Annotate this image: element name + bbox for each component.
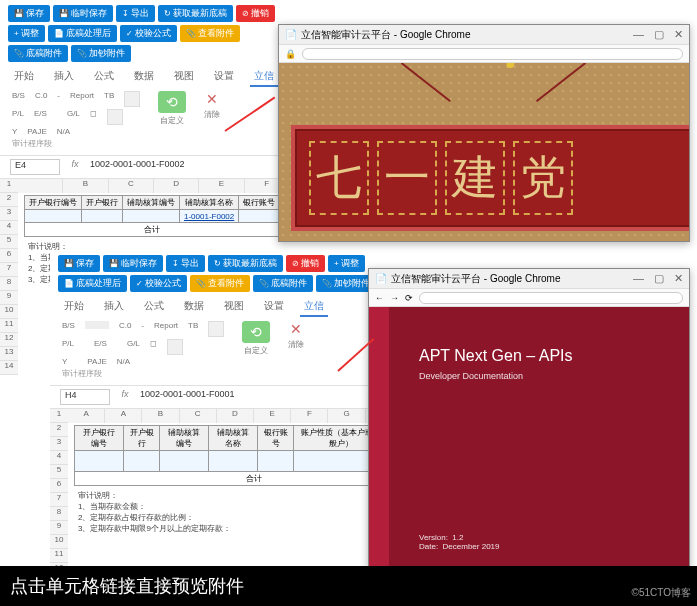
cell-link-upper[interactable]: 1-0001-F0002 [184,212,234,221]
toolbar-button[interactable]: 💾保存 [58,255,100,272]
fx-icon[interactable]: fx [116,389,134,405]
ribbon-placeholder [85,321,109,329]
fx-icon[interactable]: fx [66,159,84,175]
toolbar-button[interactable]: ↻获取最新底稿 [158,5,233,22]
formula-value[interactable]: 1002-0001-0001-F0002 [90,159,280,175]
close-button[interactable]: ✕ [674,272,683,285]
ribbon-icon[interactable] [124,91,140,107]
toolbar-button[interactable]: 📎加钞附件 [71,45,131,62]
tab-item[interactable]: 公式 [90,67,118,87]
tabs-upper: 开始插入公式数据视图设置立信 [0,67,290,87]
tab-item[interactable]: 立信 [250,67,278,87]
caption-bar: 点击单元格链接直接预览附件 [0,566,697,606]
toolbar-button[interactable]: 📎查看附件 [190,275,250,292]
column-headers: BCDEF [18,179,290,193]
toolbar-button[interactable]: 📎底稿附件 [8,45,68,62]
tab-item[interactable]: 视图 [220,297,248,317]
tab-item[interactable]: 开始 [60,297,88,317]
toolbar-button[interactable]: 💾临时保存 [53,5,113,22]
chrome-title: 立信智能审计云平台 - Google Chrome [301,28,470,42]
tab-item[interactable]: 立信 [300,297,328,317]
table-header: 辅助核算编号 [160,426,209,451]
toolbar-button[interactable]: 💾保存 [8,5,50,22]
clear-icon[interactable]: ✕ [206,91,218,107]
forward-icon[interactable]: → [390,293,399,303]
toolbar-button[interactable]: 📄底稿处理后 [48,25,117,42]
table-header: 辅助核算编号 [123,196,180,210]
back-icon[interactable]: ← [375,293,384,303]
apt-sidebar-stripe [369,307,389,567]
refresh-icon[interactable]: ⟲ [158,91,186,113]
apt-subtitle: Developer Documentation [419,371,659,381]
toolbar-button[interactable]: 💾临时保存 [103,255,163,272]
table-header: 辅助核算名称 [180,196,239,210]
toolbar-button[interactable]: 📎加钞附件 [316,275,376,292]
cell-reference[interactable]: H4 [60,389,110,405]
lock-icon: 🔒 [285,49,296,59]
table-header: 辅助核算名称 [209,426,258,451]
ribbon-group-label: 审计程序段 [12,138,140,149]
ribbon-upper: B/SC.0-ReportTB P/LE/SG/L◻ YPAJEN/A 审计程序… [0,87,290,156]
maximize-button[interactable]: ▢ [654,28,664,41]
tab-favicon-icon: 📄 [375,273,387,284]
watermark: ©51CTO博客 [632,586,691,600]
tab-item[interactable]: 设置 [260,297,288,317]
tab-item[interactable]: 数据 [130,67,158,87]
tab-item[interactable]: 数据 [180,297,208,317]
refresh-icon[interactable]: ⟲ [242,321,270,343]
close-button[interactable]: ✕ [674,28,683,41]
banner-content: 七 一 建 党 [279,63,689,241]
tab-item[interactable]: 插入 [100,297,128,317]
toolbar-button[interactable]: +调整 [328,255,365,272]
reload-icon[interactable]: ⟳ [405,293,413,303]
toolbar-button[interactable]: ↧导出 [166,255,205,272]
table-header: 开户银行 [123,426,159,451]
tab-item[interactable]: 设置 [210,67,238,87]
ribbon-icon[interactable] [107,109,123,125]
toolbar-upper: 💾保存💾临时保存↧导出↻获取最新底稿⊘撤销+调整📄底稿处理后✓校验公式📎查看附件… [0,0,290,67]
chrome-window-apt: 📄 立信智能审计云平台 - Google Chrome — ▢ ✕ ← → ⟳ … [368,268,690,568]
tab-item[interactable]: 开始 [10,67,38,87]
minimize-button[interactable]: — [633,272,644,285]
maximize-button[interactable]: ▢ [654,272,664,285]
tab-item[interactable]: 公式 [140,297,168,317]
tab-item[interactable]: 视图 [170,67,198,87]
cell-reference[interactable]: E4 [10,159,60,175]
table-header: 银行账号 [258,426,294,451]
chrome-title: 立信智能审计云平台 - Google Chrome [391,272,560,286]
toolbar-button[interactable]: 📎底稿附件 [253,275,313,292]
toolbar-button[interactable]: ⊘撤销 [236,5,275,22]
table-header: 开户银行 [82,196,123,210]
banner-char-1: 七 [309,141,369,215]
toolbar-button[interactable]: ⊘撤销 [286,255,325,272]
table-header: 开户银行编号 [25,196,82,210]
row-headers: 1234567891011121314 [0,179,18,375]
address-bar[interactable] [419,292,683,304]
tab-favicon-icon: 📄 [285,29,297,40]
tab-item[interactable]: 插入 [50,67,78,87]
toolbar-button[interactable]: ↻获取最新底稿 [208,255,283,272]
chrome-window-banner: 📄 立信智能审计云平台 - Google Chrome — ▢ ✕ 🔒 七 一 … [278,24,690,242]
address-bar[interactable] [302,48,683,60]
formula-bar-upper: E4 fx 1002-0001-0001-F0002 [0,156,290,179]
banner-char-4: 党 [513,141,573,215]
toolbar-button[interactable]: ✓校验公式 [130,275,187,292]
apt-title: APT Next Gen – APIs [419,347,659,365]
data-table-upper: 开户银行编号开户银行辅助核算编号辅助核算名称银行账号 1-0001-F0002 … [24,195,280,237]
table-header: 银行账号 [239,196,280,210]
minimize-button[interactable]: — [633,28,644,41]
toolbar-button[interactable]: 📎查看附件 [180,25,240,42]
table-header: 开户银行编号 [75,426,124,451]
toolbar-button[interactable]: +调整 [8,25,45,42]
banner-char-2: 一 [377,141,437,215]
banner-char-3: 建 [445,141,505,215]
toolbar-button[interactable]: ↧导出 [116,5,155,22]
toolbar-button[interactable]: ✓校验公式 [120,25,177,42]
toolbar-button[interactable]: 📄底稿处理后 [58,275,127,292]
clear-icon[interactable]: ✕ [290,321,302,337]
